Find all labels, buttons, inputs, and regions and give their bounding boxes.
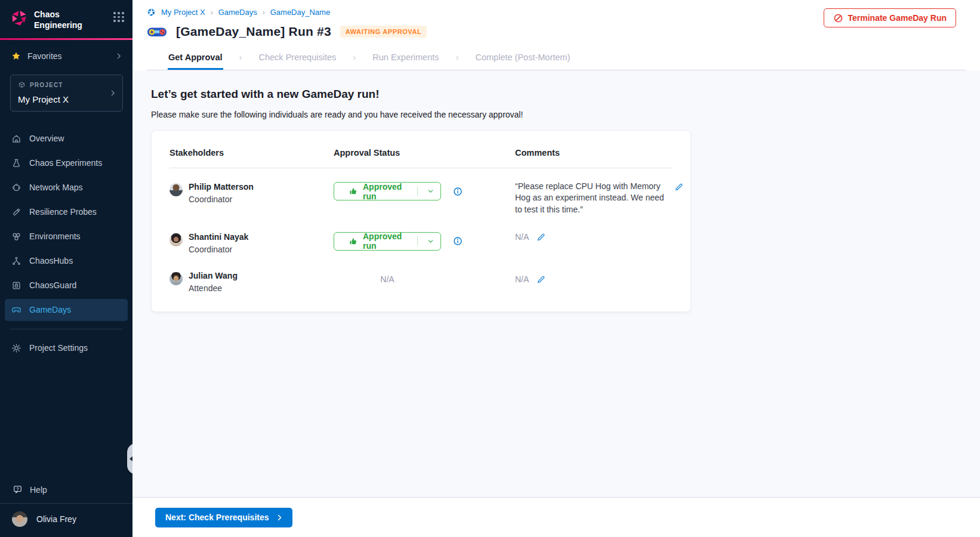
approval-status-text: N/A (334, 271, 441, 284)
cube-icon (18, 81, 26, 89)
sidebar-nav: Overview Chaos Experiments Network Maps … (5, 128, 128, 321)
app-root: Chaos Engineering Favorites PROJECT (0, 0, 980, 537)
column-stakeholders: Stakeholders (170, 148, 334, 158)
terminate-gameday-run-button[interactable]: Terminate GameDay Run (824, 8, 956, 27)
content-area: Let’s get started with a new GameDay run… (132, 70, 980, 497)
page-title: [GameDay_Name] Run #3 (176, 24, 331, 39)
breadcrumb-gamedays[interactable]: GameDays (218, 8, 257, 17)
column-approval-status: Approval Status (334, 148, 515, 158)
approval-status-dropdown[interactable]: Approved run (334, 232, 441, 251)
thumbs-up-icon (349, 237, 358, 246)
edit-comment-icon[interactable] (674, 183, 683, 192)
tab-complete-post-mortem[interactable]: Complete (Post-Mortem) (474, 51, 571, 70)
chevron-right-icon: › (353, 52, 356, 69)
guard-lock-icon (11, 280, 21, 291)
comment-text: “Please replace CPU Hog with Memory Hog … (515, 181, 664, 215)
user-name: Olivia Frey (36, 514, 76, 524)
chevron-right-icon: › (239, 52, 242, 69)
sidebar-item-chaosguard[interactable]: ChaosGuard (5, 274, 128, 297)
comment-text: N/A (515, 232, 529, 242)
breadcrumb-separator-icon: › (263, 8, 265, 17)
next-check-prerequisites-button[interactable]: Next: Check Prerequisites (155, 508, 292, 527)
sidebar-item-gamedays[interactable]: GameDays (5, 299, 128, 321)
avatar (170, 233, 183, 246)
avatar (170, 183, 183, 196)
project-selector[interactable]: PROJECT My Project X (10, 75, 123, 112)
breadcrumb-gameday-name[interactable]: GameDay_Name (270, 8, 330, 17)
table-row: Shantini Nayak Coordinator Approved run (170, 223, 673, 262)
stakeholder-role: Coordinator (189, 245, 248, 254)
stakeholder-role: Coordinator (189, 195, 254, 204)
page-subheading: Please make sure the following individua… (151, 110, 980, 119)
avatar (170, 272, 183, 285)
breadcrumb-project[interactable]: My Project X (161, 8, 205, 17)
user-profile[interactable]: Olivia Frey (0, 503, 132, 537)
info-icon[interactable] (453, 236, 463, 246)
user-avatar (12, 511, 27, 527)
sidebar-item-project-settings[interactable]: Project Settings (5, 337, 128, 359)
edit-comment-icon[interactable] (537, 233, 546, 242)
tab-get-approval[interactable]: Get Approval (168, 51, 223, 70)
sidebar-item-favorites[interactable]: Favorites (0, 40, 132, 64)
stakeholders-card: Stakeholders Approval Status Comments Ph… (151, 130, 691, 312)
flask-icon (11, 158, 21, 168)
table-header-row: Stakeholders Approval Status Comments (152, 131, 691, 158)
chaos-mini-logo-icon (147, 8, 156, 17)
table-row: Julian Wang Attendee N/A N/A (170, 262, 673, 301)
favorites-label: Favorites (27, 51, 62, 61)
home-icon (11, 134, 21, 144)
footer-bar: Next: Check Prerequisites (132, 497, 980, 537)
sidebar-item-resilience-probes[interactable]: Resilience Probes (5, 201, 128, 223)
project-label: PROJECT (30, 82, 63, 88)
help-chat-icon: ? (13, 484, 23, 495)
chevron-down-icon (423, 237, 434, 245)
probe-icon (11, 207, 21, 217)
chaos-engineering-logo-icon (10, 9, 28, 27)
help-label: Help (30, 485, 47, 495)
sidebar-item-overview[interactable]: Overview (5, 128, 128, 150)
stakeholder-role: Attendee (189, 283, 238, 293)
tab-run-experiments[interactable]: Run Experiments (372, 51, 439, 70)
chevron-right-icon (276, 514, 283, 521)
sidebar-divider (10, 329, 123, 329)
breadcrumb-separator-icon: › (211, 8, 213, 17)
stakeholder-name: Shantini Nayak (189, 232, 248, 242)
network-map-icon (11, 183, 21, 193)
stakeholder-name: Philip Matterson (189, 182, 254, 192)
thumbs-up-icon (349, 187, 358, 196)
project-name: My Project X (18, 94, 115, 104)
page-header: My Project X › GameDays › GameDay_Name (132, 0, 980, 70)
sidebar-header: Chaos Engineering (0, 0, 132, 38)
chevron-right-icon (109, 89, 117, 97)
column-comments: Comments (515, 148, 673, 158)
sidebar-item-help[interactable]: ? Help (0, 477, 132, 503)
environments-icon (11, 232, 21, 242)
hub-icon (11, 256, 21, 266)
comment-text: N/A (515, 274, 529, 284)
svg-text:?: ? (16, 487, 19, 491)
sidebar-item-environments[interactable]: Environments (5, 226, 128, 248)
gamepad-icon (11, 305, 21, 315)
chevron-down-icon (423, 187, 434, 195)
star-icon (11, 51, 21, 61)
sidebar-item-chaos-experiments[interactable]: Chaos Experiments (5, 152, 128, 174)
chevron-right-icon: › (455, 52, 458, 69)
app-title: Chaos Engineering (34, 9, 82, 30)
sidebar-item-network-maps[interactable]: Network Maps (5, 177, 128, 199)
sidebar: Chaos Engineering Favorites PROJECT (0, 0, 132, 537)
info-icon[interactable] (453, 187, 463, 196)
module-grid-icon[interactable] (113, 12, 124, 22)
chevron-right-icon (115, 52, 123, 60)
gameday-gamepad-icon (147, 26, 167, 38)
stepper: Get Approval › Check Prerequisites › Run… (147, 51, 966, 70)
page-heading: Let’s get started with a new GameDay run… (151, 88, 980, 101)
sidebar-item-chaoshubs[interactable]: ChaosHubs (5, 250, 128, 272)
edit-comment-icon[interactable] (537, 275, 546, 284)
prohibited-icon (833, 13, 843, 23)
main-area: My Project X › GameDays › GameDay_Name (132, 0, 980, 537)
stakeholder-name: Julian Wang (189, 271, 238, 280)
approval-status-dropdown[interactable]: Approved run (334, 182, 441, 200)
gear-icon (11, 343, 21, 353)
tab-check-prerequisites[interactable]: Check Prerequisites (258, 51, 337, 70)
table-row: Philip Matterson Coordinator Approved ru… (170, 173, 673, 223)
